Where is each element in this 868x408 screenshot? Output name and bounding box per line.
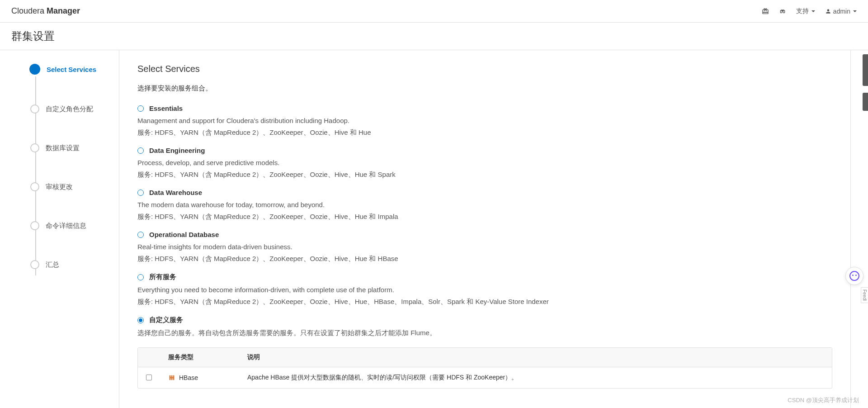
step-label: 命令详细信息	[46, 222, 86, 230]
content-area: Select Services 选择要安装的服务组合。 Essentials M…	[119, 50, 851, 408]
option-desc: The modern data warehouse for today, tom…	[137, 200, 832, 210]
radio-custom-services[interactable]	[137, 317, 144, 323]
option-services: 服务: HDFS、YARN（含 MapReduce 2）、ZooKeeper、O…	[137, 212, 832, 222]
checkbox-hbase[interactable]	[146, 375, 152, 380]
header-select	[138, 348, 160, 367]
services-table: 服务类型 说明 HBase Apache HBase 提供对大型数据	[138, 348, 832, 388]
radio-essentials[interactable]	[137, 105, 144, 112]
topbar-right: 支持 admin	[762, 7, 857, 15]
option-header[interactable]: 自定义服务	[137, 316, 832, 324]
support-label: 支持	[796, 7, 809, 15]
service-name: HBase	[179, 374, 198, 381]
step-label: 审核更改	[46, 183, 73, 191]
wizard-nav: Select Services 自定义角色分配 数据库设置 审核更改 命令详细信…	[0, 50, 119, 408]
radio-data-warehouse[interactable]	[137, 190, 144, 196]
services-table-wrapper: 服务类型 说明 HBase Apache HBase 提供对大型数据	[137, 347, 832, 389]
user-label: admin	[833, 8, 850, 15]
side-handle-2[interactable]	[863, 93, 868, 111]
feed-tab[interactable]: Feedl	[861, 287, 868, 303]
option-header[interactable]: Data Warehouse	[137, 189, 832, 196]
option-services: 服务: HDFS、YARN（含 MapReduce 2）、ZooKeeper、O…	[137, 128, 832, 138]
step-label: Select Services	[47, 66, 96, 73]
option-title: Essentials	[149, 104, 183, 112]
watermark: CSDN @顶尖高手养成计划	[788, 396, 859, 404]
side-handle-1[interactable]	[863, 54, 868, 86]
step-review-changes[interactable]: 审核更改	[11, 182, 119, 191]
step-label: 自定义角色分配	[46, 105, 93, 114]
option-title: Data Warehouse	[149, 189, 202, 196]
option-custom-services: 自定义服务 选择您自己的服务。将自动包含所选服务需要的服务。只有在设置了初始群集…	[137, 316, 832, 338]
option-essentials: Essentials Management and support for Cl…	[137, 104, 832, 138]
table-row: HBase Apache HBase 提供对大型数据集的随机、实时的读/写访问权…	[138, 367, 832, 388]
table-header-row: 服务类型 说明	[138, 348, 832, 367]
option-services: 服务: HDFS、YARN（含 MapReduce 2）、ZooKeeper、O…	[137, 297, 832, 307]
radio-data-engineering[interactable]	[137, 147, 144, 154]
option-title: 所有服务	[149, 273, 176, 281]
step-circle-icon	[30, 104, 39, 114]
brand-logo[interactable]: Cloudera Manager	[11, 6, 80, 16]
content-title: Select Services	[137, 64, 832, 74]
step-label: 数据库设置	[46, 144, 80, 152]
step-circle-icon	[30, 221, 39, 230]
header-service-type: 服务类型	[160, 348, 239, 367]
service-name-cell: HBase	[168, 374, 231, 381]
step-circle-icon	[30, 260, 39, 269]
option-desc: Everything you need to become informatio…	[137, 285, 832, 295]
main-layout: Select Services 自定义角色分配 数据库设置 审核更改 命令详细信…	[0, 50, 868, 408]
option-services: 服务: HDFS、YARN（含 MapReduce 2）、ZooKeeper、O…	[137, 254, 832, 264]
topbar: Cloudera Manager 支持 admin	[0, 0, 868, 23]
option-title: Data Engineering	[149, 147, 205, 154]
step-select-services[interactable]: Select Services	[11, 64, 119, 75]
option-data-engineering: Data Engineering Process, develop, and s…	[137, 147, 832, 180]
brand-light: Cloudera	[11, 6, 47, 15]
user-icon	[825, 8, 831, 14]
service-desc: Apache HBase 提供对大型数据集的随机、实时的读/写访问权限（需要 H…	[239, 367, 832, 388]
chevron-down-icon	[811, 10, 815, 12]
assistant-face-icon	[849, 271, 859, 281]
content-desc: 选择要安装的服务组合。	[137, 84, 832, 93]
assistant-widget[interactable]	[845, 267, 863, 285]
option-header[interactable]: 所有服务	[137, 273, 832, 281]
chevron-down-icon	[853, 10, 857, 12]
step-custom-roles[interactable]: 自定义角色分配	[11, 104, 119, 114]
option-operational-database: Operational Database Real-time insights …	[137, 231, 832, 264]
step-summary[interactable]: 汇总	[11, 260, 119, 269]
option-desc: Management and support for Cloudera's di…	[137, 116, 832, 126]
step-database-settings[interactable]: 数据库设置	[11, 143, 119, 152]
binoculars-icon[interactable]	[779, 8, 786, 15]
gift-icon[interactable]	[762, 8, 769, 15]
option-desc: 选择您自己的服务。将自动包含所选服务需要的服务。只有在设置了初始群集之后才能添加…	[137, 328, 832, 338]
page-title-bar: 群集设置	[0, 23, 868, 50]
brand-bold: Manager	[47, 6, 80, 15]
option-title: 自定义服务	[149, 316, 183, 324]
header-description: 说明	[239, 348, 832, 367]
option-all-services: 所有服务 Everything you need to become infor…	[137, 273, 832, 307]
radio-all-services[interactable]	[137, 274, 144, 280]
option-data-warehouse: Data Warehouse The modern data warehouse…	[137, 189, 832, 222]
option-desc: Process, develop, and serve predictive m…	[137, 158, 832, 168]
option-header[interactable]: Essentials	[137, 104, 832, 112]
step-circle-icon	[29, 64, 40, 75]
step-list: Select Services 自定义角色分配 数据库设置 审核更改 命令详细信…	[11, 64, 119, 269]
user-dropdown[interactable]: admin	[825, 8, 857, 15]
step-label: 汇总	[46, 261, 59, 269]
page-title: 群集设置	[11, 29, 857, 43]
step-command-details[interactable]: 命令详细信息	[11, 221, 119, 230]
option-services: 服务: HDFS、YARN（含 MapReduce 2）、ZooKeeper、O…	[137, 170, 832, 180]
option-header[interactable]: Data Engineering	[137, 147, 832, 154]
step-circle-icon	[30, 182, 39, 191]
hbase-icon	[168, 374, 175, 381]
support-dropdown[interactable]: 支持	[796, 7, 815, 15]
option-desc: Real-time insights for modern data-drive…	[137, 242, 832, 252]
option-header[interactable]: Operational Database	[137, 231, 832, 238]
radio-operational-database[interactable]	[137, 232, 144, 238]
option-title: Operational Database	[149, 231, 219, 238]
step-circle-icon	[30, 143, 39, 152]
